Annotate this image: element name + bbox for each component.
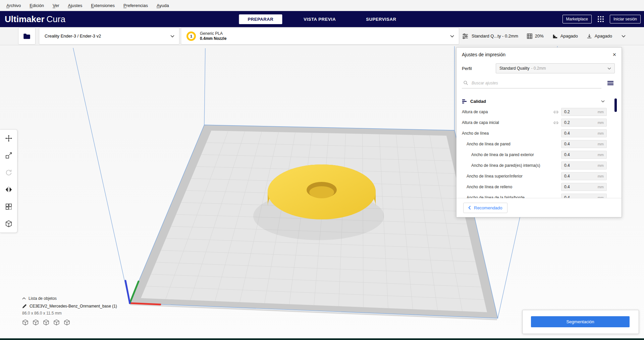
model-cube-icon-5[interactable] (64, 319, 70, 326)
tab-supervisar[interactable]: SUPERVISAR (357, 14, 405, 24)
stage-toolbar: Creality Ender-3 / Ender-3 v2 1 Generic … (0, 27, 644, 45)
model-cube-icon-2[interactable] (33, 319, 39, 326)
pencil-icon (22, 304, 27, 309)
per-model-settings-button[interactable] (5, 203, 13, 211)
extruder-1-icon: 1 (186, 31, 196, 41)
menu-item-ayuda[interactable]: Ayuda (152, 0, 173, 11)
setting-value-field[interactable]: 0.4mm (561, 151, 607, 159)
profile-row: Perfil Standard Quality - 0.2mm (457, 62, 622, 75)
mirror-tool-button[interactable] (5, 186, 13, 194)
setting-unit: mm (598, 131, 604, 135)
setting-row-ancho-de-linea-de-la-falda-borde: Ancho de línea de la falda/borde0.4mm (462, 192, 622, 198)
chevron-up-icon (22, 297, 26, 300)
object-list-actions (22, 319, 117, 326)
setting-row-altura-de-capa-inicial: Altura de capa inicial0.2mm (462, 117, 622, 128)
applications-grid-icon[interactable] (598, 16, 604, 22)
rotate-tool-button[interactable] (5, 168, 13, 177)
category-label: Calidad (470, 99, 486, 104)
tab-vista-previa[interactable]: VISTA PREVIA (295, 14, 344, 24)
setting-value-field[interactable]: 0.2mm (561, 119, 607, 127)
print-settings-panel: Ajustes de impresión × Perfil Standard Q… (456, 47, 622, 217)
profile-dropdown[interactable]: Standard Quality - 0.2mm (496, 63, 615, 73)
setting-unit: mm (598, 196, 604, 198)
setting-label: Ancho de línea de la pared exterior (462, 152, 561, 157)
setting-unit: mm (598, 185, 604, 189)
printer-selector[interactable]: Creality Ender-3 / Ender-3 v2 (39, 27, 179, 45)
setting-value-field[interactable]: 0.4mm (561, 194, 607, 198)
setting-value: 0.2 (564, 110, 570, 114)
setting-row-ancho-de-linea: Ancho de línea0.4mm (462, 128, 622, 139)
slice-button[interactable]: Segmentación (531, 316, 630, 327)
infill-icon (527, 33, 532, 39)
menu-item-extensiones[interactable]: Extensiones (87, 0, 119, 11)
signin-button[interactable]: Iniciar sesión (610, 15, 641, 23)
scale-tool-button[interactable] (5, 151, 13, 159)
action-panel: Segmentación (522, 310, 639, 334)
move-tool-button[interactable] (5, 134, 13, 142)
support-blocker-button[interactable] (5, 220, 13, 228)
setting-value: 0.4 (564, 131, 570, 136)
setting-value-field[interactable]: 0.4mm (561, 172, 607, 180)
setting-value: 0.2 (564, 120, 570, 125)
search-input[interactable] (471, 80, 600, 86)
menu-item-ajustes[interactable]: Ajustes (64, 0, 87, 11)
close-icon[interactable]: × (612, 52, 616, 58)
panel-header: Ajustes de impresión × (457, 48, 622, 62)
category-quality[interactable]: Calidad (462, 96, 622, 107)
app-header: UltimakerCura PREPARARVISTA PREVIASUPERV… (0, 11, 644, 27)
scrollbar-thumb[interactable] (614, 98, 617, 112)
panel-footer: Recomendado (457, 198, 622, 217)
menu-item-preferencias[interactable]: Preferencias (119, 0, 152, 11)
setting-unit: mm (598, 153, 604, 157)
object-file-name: CE3E3V2_Mercedes-Benz_Onrnament_base (1) (30, 304, 117, 309)
setting-row-ancho-de-linea-de-pared-es-interna-s-: Ancho de línea de pared(es) interna(s)0.… (462, 160, 622, 171)
tab-preparar[interactable]: PREPARAR (239, 14, 282, 24)
setting-unit: mm (598, 142, 604, 146)
search-icon (463, 80, 468, 85)
chevron-left-icon (468, 206, 471, 210)
object-list-title: Lista de objetos (29, 296, 57, 301)
infill-value: 20% (535, 33, 544, 39)
setting-value: 0.4 (564, 174, 570, 179)
material-name: Generic PLA (200, 31, 226, 36)
model-cube-icon-4[interactable] (53, 319, 60, 326)
chevron-down-icon (450, 35, 454, 38)
open-file-button[interactable] (18, 27, 36, 45)
setting-value-field[interactable]: 0.4mm (561, 129, 607, 137)
quality-icon (462, 99, 467, 104)
material-selector[interactable]: 1 Generic PLA 0.4mm Nozzle (181, 27, 459, 45)
app-logo: UltimakerCura (5, 14, 65, 24)
recommended-label: Recomendado (474, 205, 502, 210)
setting-value: 0.4 (564, 195, 570, 198)
recommended-mode-button[interactable]: Recomendado (463, 203, 507, 213)
setting-unit: mm (598, 121, 604, 125)
folder-icon (22, 32, 31, 41)
menu-item-ver[interactable]: Ver (48, 0, 64, 11)
search-row (457, 75, 622, 89)
support-icon (552, 33, 558, 39)
menu-item-archivo[interactable]: Archivo (2, 0, 25, 11)
logo-cura: Cura (47, 14, 65, 24)
model-cube-icon-3[interactable] (43, 319, 49, 326)
settings-list: Calidad Altura de capa0.2mmAltura de cap… (457, 89, 622, 198)
object-list-toggle[interactable]: Lista de objetos (22, 296, 117, 301)
menu-item-edicion[interactable]: Edición (25, 0, 48, 11)
profile-name: Standard Quality (499, 66, 529, 71)
setting-label: Ancho de línea de pared(es) interna(s) (462, 163, 561, 168)
setting-value-field[interactable]: 0.4mm (561, 140, 607, 148)
bottom-strip (0, 338, 644, 340)
setting-value-field[interactable]: 0.2mm (561, 108, 607, 116)
setting-value-field[interactable]: 0.4mm (561, 183, 607, 191)
model-disc[interactable] (268, 164, 376, 219)
setting-label: Altura de capa inicial (462, 120, 553, 125)
model-cube-icon-1[interactable] (22, 319, 29, 326)
marketplace-button[interactable]: Marketplace (562, 15, 592, 23)
setting-value-field[interactable]: 0.4mm (561, 161, 607, 169)
menubar: ArchivoEdiciónVerAjustesExtensionesPrefe… (0, 0, 644, 11)
setting-value: 0.4 (564, 142, 570, 146)
chevron-down-icon (607, 67, 611, 70)
settings-menu-icon[interactable] (607, 81, 613, 85)
print-settings-selector[interactable]: Standard Q...ty - 0.2mm 20% Apagado Apag… (462, 27, 626, 45)
object-list-item[interactable]: CE3E3V2_Mercedes-Benz_Onrnament_base (1) (22, 304, 117, 309)
sliders-icon (462, 33, 468, 39)
